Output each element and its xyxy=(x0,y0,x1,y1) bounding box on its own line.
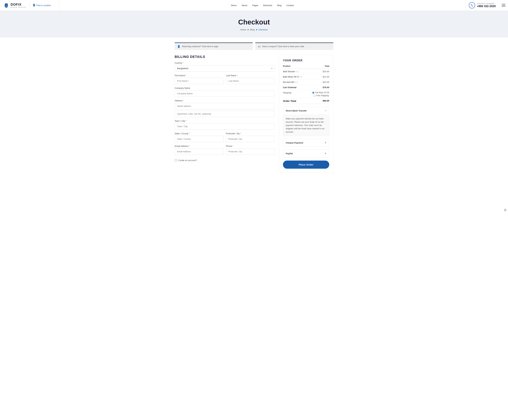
order-item-total: $24.00 xyxy=(307,69,329,74)
login-notice[interactable]: 👤 Returning customer? Click here to logi… xyxy=(175,43,253,50)
find-location-link[interactable]: Find a Location xyxy=(30,0,59,11)
state-label: State / County * xyxy=(175,132,224,135)
order-item-row: the best dirt × 1 $42.00 xyxy=(283,80,329,85)
country-select[interactable]: Bangladesh United States United Kingdom … xyxy=(175,65,275,72)
nav-pages[interactable]: Pages xyxy=(252,4,258,7)
breadcrumb-dot-1 xyxy=(247,29,248,30)
total-value: $85.00 xyxy=(307,98,329,104)
first-name-label: First Name * xyxy=(175,74,224,77)
nav-blog[interactable]: Blog xyxy=(277,4,281,7)
email-phone-row: Email Address * Phone * xyxy=(175,145,275,158)
col-total: Total xyxy=(307,65,329,69)
user-icon: 👤 xyxy=(177,45,180,48)
shipping-free[interactable]: Free Shipping: xyxy=(313,94,329,97)
shipping-label: Shipping xyxy=(283,90,307,98)
breadcrumb-dot-2 xyxy=(256,29,257,30)
contact-number: +866 332-2020 xyxy=(477,5,496,8)
payment-method-2: PayPal + xyxy=(283,150,329,158)
payment-toggle-icon-1: + xyxy=(325,141,326,144)
town-group: Town / City * xyxy=(175,120,275,130)
company-label: Company Name xyxy=(175,87,275,89)
company-group: Company Name xyxy=(175,87,275,97)
last-name-input[interactable] xyxy=(226,78,275,84)
create-account-label: Create an account? xyxy=(178,159,197,162)
payment-toggle-icon-2: + xyxy=(325,152,326,155)
order-item-name: the best dirt × 1 xyxy=(283,80,307,85)
place-order-button[interactable]: Place Order xyxy=(283,161,329,169)
postcode-group: Postcode / Zip * xyxy=(226,132,275,142)
total-label: Order Total xyxy=(283,98,307,104)
country-select-wrapper: Bangladesh United States United Kingdom … xyxy=(175,65,275,72)
payment-name-2: PayPal xyxy=(286,152,293,155)
page-title: Checkout xyxy=(3,18,505,26)
payment-header-0[interactable]: Direct Bank Transfer − xyxy=(283,107,329,115)
payment-header-1[interactable]: Cheque Payment + xyxy=(283,139,329,147)
payment-method-0: Direct Bank Transfer − Make your payment… xyxy=(283,107,329,136)
payment-methods: Direct Bank Transfer − Make your payment… xyxy=(283,107,329,158)
first-name-group: First Name * xyxy=(175,74,224,84)
shipping-free-radio[interactable] xyxy=(313,95,315,97)
postcode-input[interactable] xyxy=(226,136,275,142)
subtotal-label: Cart Subtotal xyxy=(283,85,307,90)
order-section: YOUR ORDER Product Total Wall Shower × 1… xyxy=(279,55,333,173)
svg-point-2 xyxy=(6,5,7,7)
logo-sub: REPAIR SERVICE xyxy=(11,7,26,8)
shipping-row: Shipping Flat Rate: $7.00 Free Shipping: xyxy=(283,90,329,98)
breadcrumb-checkout[interactable]: Checkout xyxy=(258,29,268,31)
coupon-notice[interactable]: 🏷 Have a coupon? Click here to enter you… xyxy=(255,43,333,50)
apt-input[interactable] xyxy=(175,111,275,117)
nav-elements[interactable]: Elements xyxy=(263,4,272,7)
payment-header-2[interactable]: PayPal + xyxy=(283,150,329,158)
breadcrumb-home[interactable]: Home xyxy=(240,29,246,31)
phone-label: Phone * xyxy=(226,145,275,147)
country-label: Country * xyxy=(175,62,275,64)
email-label: Email Address * xyxy=(175,145,224,147)
logo[interactable]: DOFIX REPAIR SERVICE xyxy=(0,0,30,11)
nav-about[interactable]: About xyxy=(242,4,247,7)
street-input[interactable] xyxy=(175,103,275,109)
order-item-row: Wall Shower × 1 $24.00 xyxy=(283,69,329,74)
logo-text: DOFIX xyxy=(11,3,22,6)
order-table: Product Total Wall Shower × 1 $24.00 Bat… xyxy=(283,65,329,104)
state-input[interactable] xyxy=(175,136,224,142)
first-name-input[interactable] xyxy=(175,78,224,84)
payment-method-1: Cheque Payment + xyxy=(283,139,329,147)
order-title: YOUR ORDER xyxy=(283,59,329,62)
order-item-row: Bath Mixer DF-9 × 1 $12.00 xyxy=(283,74,329,80)
order-item-name: Bath Mixer DF-9 × 1 xyxy=(283,74,307,80)
order-item-total: $42.00 xyxy=(307,80,329,85)
phone-group: Phone * xyxy=(226,145,275,155)
hamburger-menu[interactable] xyxy=(499,4,508,7)
payment-name-0: Direct Bank Transfer xyxy=(286,109,307,112)
email-group: Email Address * xyxy=(175,145,224,155)
payment-name-1: Cheque Payment xyxy=(286,142,303,144)
site-header: DOFIX REPAIR SERVICE Find a Location Dem… xyxy=(0,0,508,11)
nav-demo[interactable]: Demo xyxy=(231,4,237,7)
name-row: First Name * Last Name * xyxy=(175,74,275,87)
page-hero: Checkout Home Shop Checkout xyxy=(0,11,508,38)
payment-body-0: Make your payment directly into our bank… xyxy=(283,115,329,136)
company-input[interactable] xyxy=(175,90,275,97)
contact-label: CONTACT NUMBER xyxy=(477,3,496,5)
nav-contact[interactable]: Contact xyxy=(286,4,294,7)
billing-section: BILLING DETAILS Country * Bangladesh Uni… xyxy=(175,55,275,162)
breadcrumb: Home Shop Checkout xyxy=(3,29,505,31)
town-input[interactable] xyxy=(175,123,275,130)
breadcrumb-shop[interactable]: Shop xyxy=(250,29,255,31)
address-label: Address * xyxy=(175,99,275,102)
create-account-row: Create an account? xyxy=(175,159,275,162)
subtotal-row: Cart Subtotal $78.00 xyxy=(283,85,329,90)
main-nav: Demo About Pages Elements Blog Contact xyxy=(59,4,465,7)
shipping-flat-rate[interactable]: Flat Rate: $7.00 xyxy=(312,91,329,94)
total-row: Order Total $85.00 xyxy=(283,98,329,104)
state-postcode-row: State / County * Postcode / Zip * xyxy=(175,132,275,145)
checkout-layout: BILLING DETAILS Country * Bangladesh Uni… xyxy=(175,55,333,173)
address-group: Address * xyxy=(175,99,275,117)
phone-input[interactable] xyxy=(226,148,275,155)
last-name-label: Last Name * xyxy=(226,74,275,77)
payment-toggle-icon-0: − xyxy=(325,109,326,112)
shipping-flat-radio[interactable] xyxy=(312,92,314,94)
create-account-checkbox[interactable] xyxy=(175,159,177,161)
main-content: 👤 Returning customer? Click here to logi… xyxy=(171,38,337,183)
email-input[interactable] xyxy=(175,148,224,155)
